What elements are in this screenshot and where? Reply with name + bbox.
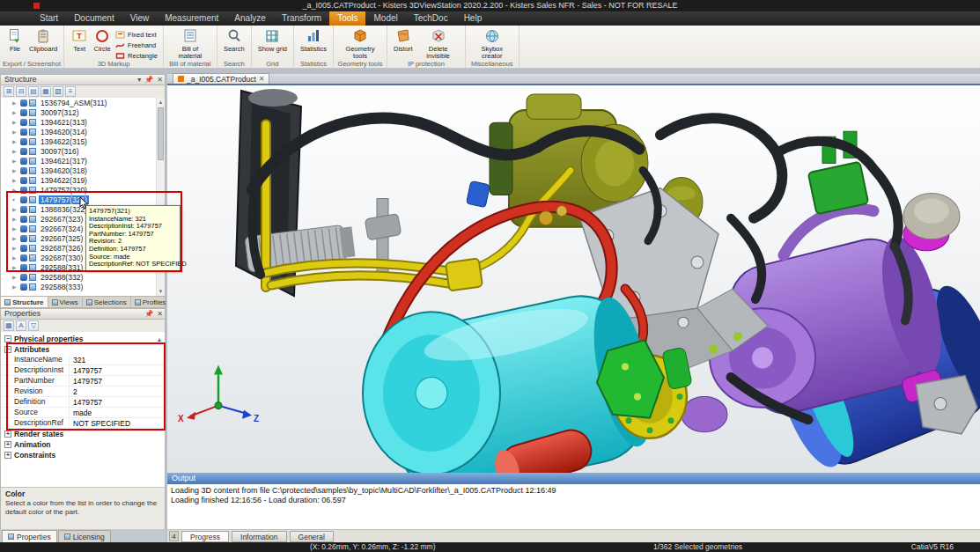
section-render-states[interactable]: + Render states (1, 429, 165, 439)
scroll-up-icon[interactable]: ▲ (157, 98, 165, 107)
expander-icon[interactable]: ▶ (12, 148, 20, 154)
attribute-row[interactable]: DescriptionInst1479757 (1, 365, 165, 376)
3d-viewport[interactable]: X Z (167, 85, 980, 473)
3d-model[interactable]: X Z (167, 85, 980, 473)
tree-item[interactable]: ▶292588(333) (1, 282, 165, 291)
expander-icon[interactable]: ▶ (12, 245, 20, 251)
statistics-button[interactable]: Statistics (298, 26, 329, 54)
close-icon-props[interactable]: ✕ (157, 309, 163, 319)
skybox-creator-button[interactable]: Skybox creator (469, 26, 515, 61)
pin-icon-2[interactable]: 📌 (144, 75, 153, 85)
tab-measurement[interactable]: Measurement (157, 11, 226, 26)
tab-licensing[interactable]: Licensing (58, 530, 111, 542)
expander-icon[interactable]: ▶ (12, 264, 20, 270)
expander-icon[interactable]: ▶ (12, 167, 20, 173)
expander-icon[interactable]: ▶ (12, 99, 20, 106)
section-attributes[interactable]: − Attributes (1, 344, 165, 355)
expander-icon[interactable]: ▶ (12, 254, 20, 261)
show-all-icon[interactable]: ▤ (28, 86, 39, 97)
output-pane-header[interactable]: Output (167, 473, 980, 484)
geometry-tools-button[interactable]: Geometry tools (337, 26, 383, 61)
show-grid-button[interactable]: Show grid (255, 26, 290, 54)
tab-selections[interactable]: Selections (83, 297, 131, 307)
attribute-row[interactable]: Definition1479757 (1, 397, 165, 408)
distort-button[interactable]: Distort (391, 26, 416, 54)
expander-icon[interactable]: ▶ (12, 138, 20, 144)
tree-item[interactable]: ▶1394621(313) (1, 117, 165, 127)
attribute-row[interactable]: InstanceName321 (1, 355, 165, 365)
tab-tools[interactable]: Tools (329, 11, 365, 26)
search-button[interactable]: Search (221, 26, 247, 54)
section-animation[interactable]: + Animation (1, 439, 165, 450)
pin-icon-props[interactable]: 📌 (144, 309, 153, 319)
scroll-down-icon[interactable]: ▼ (157, 287, 165, 296)
freehand-button[interactable]: Freehand (114, 40, 159, 50)
tree-item[interactable]: ▶1394622(315) (1, 136, 165, 146)
expander-icon[interactable]: ▶ (12, 206, 20, 212)
attribute-row[interactable]: Sourcemade (1, 408, 165, 418)
expander-icon[interactable]: ▶ (12, 283, 20, 290)
delete-invisible-button[interactable]: Delete invisible (416, 26, 461, 61)
pin-icon[interactable]: ▾ (137, 75, 141, 85)
chevron-up-icon[interactable]: ▴ (158, 335, 161, 343)
tree-item[interactable]: ▶1536794_ASM(311) (1, 98, 165, 107)
tree-item[interactable]: ▶30097(316) (1, 146, 165, 156)
alphabetical-view-icon[interactable]: A (16, 320, 26, 331)
tree-item[interactable]: ▶1394620(314) (1, 127, 165, 136)
close-icon[interactable]: ✕ (157, 75, 163, 85)
expand-box-icon[interactable]: + (4, 431, 11, 438)
section-constraints[interactable]: + Constraints (1, 450, 165, 460)
fixed-text-button[interactable]: Fixed text (114, 29, 159, 40)
model-cylinder-gray-right[interactable] (903, 194, 960, 239)
tab-progress[interactable]: Progress (181, 531, 229, 542)
clipboard-button[interactable]: Clipboard (26, 26, 60, 54)
collapse-box-icon[interactable]: − (4, 346, 11, 353)
expander-icon[interactable]: ▾ (12, 196, 20, 202)
attribute-row[interactable]: PartNumber1479757 (1, 376, 165, 386)
circle-markup-button[interactable]: Circle (91, 26, 114, 54)
expander-icon[interactable]: ▶ (12, 274, 20, 280)
tab-transform[interactable]: Transform (274, 11, 329, 26)
expand-tree-icon[interactable]: ⊞ (4, 86, 14, 97)
expander-icon[interactable]: ▶ (12, 177, 20, 183)
tree-item-selected[interactable]: ▾1479757(321) (1, 195, 165, 204)
tab-model[interactable]: Model (365, 11, 405, 26)
scrollbar-thumb[interactable] (158, 107, 164, 160)
text-markup-button[interactable]: T Text (68, 26, 91, 54)
categorized-view-icon[interactable]: ▦ (4, 320, 14, 331)
list-view-icon[interactable]: ≡ (65, 86, 76, 97)
tab-profiles[interactable]: Profiles (131, 297, 171, 307)
expand-box-icon[interactable]: + (4, 452, 11, 459)
document-tab[interactable]: _a_I005.CATProduct ✕ (173, 73, 269, 84)
tree-item[interactable]: ▶30097(312) (1, 107, 165, 117)
expander-icon[interactable]: ▶ (12, 187, 20, 193)
tab-start[interactable]: Start (32, 11, 66, 26)
tree-item[interactable]: ▶1394622(319) (1, 175, 165, 185)
tree-item[interactable]: ▶1479757(320) (1, 185, 165, 195)
expander-icon[interactable]: ▶ (12, 129, 20, 135)
file-export-button[interactable]: File (4, 26, 26, 54)
expander-icon[interactable]: ▶ (12, 235, 20, 241)
expander-icon[interactable]: ▶ (12, 225, 20, 232)
tab-view[interactable]: View (122, 11, 158, 26)
isolate-icon[interactable]: ▦ (41, 86, 51, 97)
tab-techdoc[interactable]: TechDoc (406, 11, 456, 26)
attribute-row[interactable]: DescriptionRefNOT SPECIFIED (1, 418, 165, 429)
bill-of-material-button[interactable]: Bill of material (167, 26, 213, 61)
tab-information[interactable]: Information (232, 531, 287, 542)
tree-item[interactable]: ▶1394621(317) (1, 156, 165, 166)
section-physical-properties[interactable]: − Physical properties ▴ (1, 334, 165, 344)
expand-box-icon[interactable]: + (4, 441, 11, 448)
tab-properties[interactable]: Properties (2, 530, 57, 542)
tab-structure[interactable]: Structure (1, 297, 48, 307)
tab-views[interactable]: Views (48, 297, 83, 307)
tab-document[interactable]: Document (66, 11, 122, 26)
collapse-tree-icon[interactable]: ⊟ (16, 86, 26, 97)
tab-analyze[interactable]: Analyze (226, 11, 274, 26)
tab-close-icon[interactable]: ✕ (259, 76, 265, 83)
filter-icon[interactable]: ▽ (28, 320, 39, 331)
tree-item[interactable]: ▶292588(332) (1, 272, 165, 282)
expander-icon[interactable]: ▶ (12, 216, 20, 222)
expander-icon[interactable]: ▶ (12, 119, 20, 125)
attribute-row[interactable]: Revision2 (1, 386, 165, 397)
